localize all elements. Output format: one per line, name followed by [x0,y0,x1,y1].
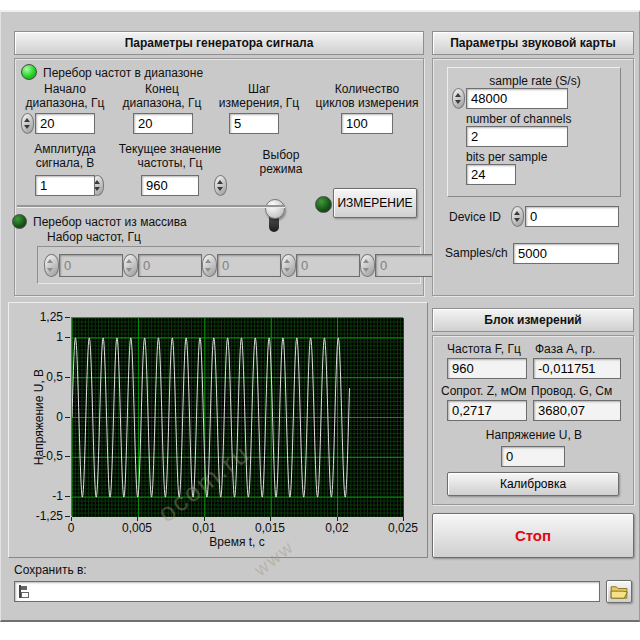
array-field-3[interactable]: 0 [296,254,360,277]
array-spinner-3[interactable] [281,254,296,277]
start-range-label: Началодиапазона, Гц [19,82,111,111]
phase-indicator-label: Фаза А, гр. [535,342,595,356]
open-folder-icon [610,585,628,599]
array-item: 0 [360,254,439,277]
cycles-label: Количествоциклов измерения [311,82,423,111]
browse-folder-button[interactable] [606,580,632,603]
samples-label: Samples/ch [445,246,508,260]
soundcard-title-label: Параметры звуковой карты [450,36,616,50]
x-tick-label: 0,01 [179,521,229,535]
frequency-set-label: Набор частот, Гц [47,230,141,244]
plot-area [71,317,403,516]
array-field-4[interactable]: 0 [375,254,439,277]
soundcard-inner-panel: sample rate (S/s) 48000 number of channe… [447,67,621,197]
voltage-indicator-label: Напряжение U, В [433,428,635,442]
y-tick-label: 1,25 [25,310,63,324]
array-item: 0 [44,254,123,277]
calibrate-button[interactable]: Калибровка [447,472,619,496]
bits-field[interactable]: 24 [466,164,516,185]
frequency-indicator: 960 [447,358,527,379]
waveform-svg [72,318,404,517]
conductance-indicator: 3680,07 [533,400,621,421]
current-frequency-field[interactable]: 960 [141,175,199,196]
channels-field[interactable]: 2 [466,126,568,147]
channels-label: number of channels [466,112,571,126]
voltage-indicator: 0 [501,446,565,467]
sample-rate-spinner[interactable] [452,88,465,109]
frequency-indicator-label: Частота F, Гц [447,342,521,356]
toggle-knob[interactable] [265,199,285,219]
impedance-indicator-label: Сопрот. Z, мОм [441,384,527,398]
measurement-title-label: Блок измерений [484,313,581,327]
array-spinner-0[interactable] [44,254,59,277]
array-spinner-1[interactable] [123,254,138,277]
bits-label: bits per sample [466,150,547,164]
x-tick-mark [337,517,338,521]
array-spinner-2[interactable] [202,254,217,277]
array-field-0[interactable]: 0 [59,254,123,277]
device-id-field[interactable]: 0 [525,206,619,227]
start-range-spinner[interactable] [21,113,34,134]
divider-line [17,205,285,207]
y-tick-label: -0,5 [25,449,63,463]
array-item: 0 [281,254,360,277]
conductance-indicator-label: Провод. G, См [531,384,612,398]
amplitude-field[interactable]: 1 [35,175,95,196]
save-to-label: Сохранить в: [14,563,87,577]
frequency-array-panel: 0 0 0 0 0 [37,246,421,284]
x-tick-label: 0 [46,521,96,535]
waveform-graph-panel: Напряжение U, В Время t, с 1,2510,50-0,5… [8,302,428,558]
phase-indicator: -0,011751 [533,358,621,379]
array-spinner-4[interactable] [360,254,375,277]
end-range-label: Конецдиапазона, Гц [113,82,211,111]
x-tick-mark [71,517,72,521]
mode-select-label: Выборрежима [249,148,313,177]
x-tick-label: 0,02 [312,521,362,535]
waveform-plot [72,318,402,517]
array-mode-label: Перебор частот из массива [33,215,187,229]
generator-panel: Перебор частот в диапазоне Началодиапазо… [14,58,424,296]
end-range-field[interactable]: 20 [133,113,193,134]
x-axis-label: Время t, с [71,535,403,549]
save-path-field[interactable] [14,581,600,602]
y-tick-label: 1 [25,330,63,344]
x-tick-label: 0,025 [378,521,428,535]
x-tick-mark [270,517,271,521]
soundcard-panel-title: Параметры звуковой карты [432,31,634,55]
y-tick-mark [65,516,70,517]
device-id-label: Device ID [449,210,501,224]
current-frequency-spinner[interactable] [214,175,227,196]
range-mode-label: Перебор частот в диапазоне [43,66,203,80]
y-tick-mark [65,377,70,378]
sample-rate-field[interactable]: 48000 [466,88,568,109]
generator-panel-title: Параметры генератора сигнала [14,31,424,55]
step-label: Шагизмерения, Гц [211,82,307,111]
generator-title-label: Параметры генератора сигнала [125,36,314,50]
samples-field[interactable]: 5000 [513,243,619,264]
path-glyph-icon [19,585,30,598]
start-range-field[interactable]: 20 [35,113,95,134]
array-field-2[interactable]: 0 [217,254,281,277]
array-field-1[interactable]: 0 [138,254,202,277]
amplitude-label: Амплитудасигнала, В [19,142,111,171]
step-field[interactable]: 5 [229,113,279,134]
y-tick-mark [65,337,70,338]
x-tick-mark [137,517,138,521]
device-id-spinner[interactable] [511,206,524,227]
cycles-field[interactable]: 100 [341,113,393,134]
y-tick-label: -1 [25,489,63,503]
stop-button[interactable]: Стоп [432,513,634,558]
y-tick-mark [65,417,70,418]
y-tick-label: 0 [25,410,63,424]
impedance-indicator: 0,2717 [447,400,527,421]
x-tick-mark [403,517,404,521]
array-item: 0 [123,254,202,277]
x-tick-label: 0,015 [245,521,295,535]
mode-toggle-switch[interactable] [269,208,279,232]
current-frequency-label: Текущее значениечастоты, Гц [105,142,235,171]
measure-button[interactable]: ИЗМЕРЕНИЕ [333,188,417,218]
measurement-panel-title: Блок измерений [432,308,634,332]
measure-led [315,196,332,213]
y-tick-mark [65,496,70,497]
x-tick-label: 0,005 [112,521,162,535]
